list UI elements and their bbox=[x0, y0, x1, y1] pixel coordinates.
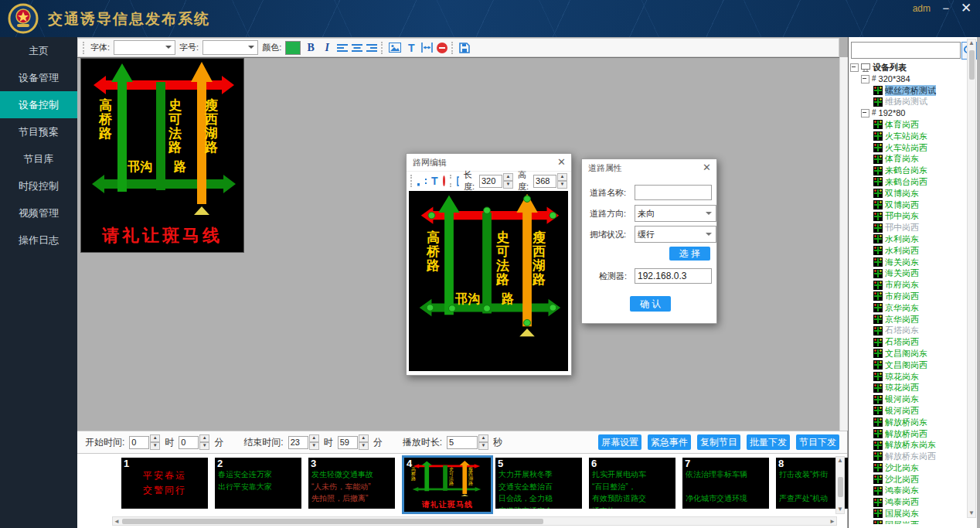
font-select[interactable] bbox=[114, 40, 175, 55]
frame-tile-7[interactable]: 7依法治理非标车辆 净化城市交通环境 bbox=[682, 458, 769, 509]
close-icon[interactable]: ✕ bbox=[557, 154, 566, 171]
frame-tile-3[interactable]: 3发生轻微交通事故“人未伤，车能动”先拍照，后撤离” bbox=[308, 458, 395, 509]
bold-icon[interactable]: B bbox=[305, 41, 317, 55]
height-stepper[interactable]: 368 ▲▼ bbox=[533, 173, 567, 189]
action-button-0[interactable]: 屏幕设置 bbox=[598, 434, 641, 450]
device-item[interactable]: 银河岗西 bbox=[850, 405, 968, 417]
confirm-button[interactable]: 确 认 bbox=[630, 296, 671, 312]
draw-line-icon[interactable] bbox=[417, 176, 420, 186]
spacing-icon[interactable] bbox=[421, 43, 433, 53]
dialog-titlebar[interactable]: 道路属性 ✕ bbox=[582, 159, 716, 176]
end-minute-stepper[interactable]: 59 ▲▼ bbox=[338, 434, 369, 450]
device-item[interactable]: 琼花岗西 bbox=[850, 382, 968, 393]
device-item[interactable]: 银河岗东 bbox=[850, 393, 968, 405]
device-item[interactable]: 海关岗东 bbox=[850, 257, 968, 268]
device-item[interactable]: 解放桥岗东 bbox=[850, 417, 968, 428]
road-name-input[interactable] bbox=[635, 185, 712, 200]
device-item[interactable]: 石塔岗西 bbox=[850, 336, 968, 348]
device-item[interactable]: 维扬岗测试 bbox=[850, 96, 968, 107]
align-center-icon[interactable] bbox=[352, 43, 362, 53]
device-item[interactable]: 火车站岗东 bbox=[850, 131, 968, 142]
device-item[interactable]: 石塔岗东 bbox=[850, 325, 968, 336]
frame-tile-2[interactable]: 2春运安全连万家出行平安靠大家 bbox=[215, 458, 301, 509]
device-item[interactable]: 市府岗西 bbox=[850, 291, 968, 302]
dialog-titlebar[interactable]: 路网编辑 ✕ bbox=[407, 154, 571, 171]
device-item[interactable]: 京华岗东 bbox=[850, 302, 968, 314]
sidebar-item-home[interactable]: 主页 bbox=[0, 37, 77, 64]
sidebar-item-program-plan[interactable]: 节目预案 bbox=[0, 118, 77, 145]
insert-image-icon[interactable] bbox=[389, 43, 401, 53]
sidebar-item-video-mgmt[interactable]: 视频管理 bbox=[0, 199, 77, 227]
device-item[interactable]: 水利岗西 bbox=[850, 245, 968, 257]
expander-icon[interactable] bbox=[861, 75, 869, 83]
expander-icon[interactable] bbox=[850, 63, 859, 72]
device-tree-root[interactable]: 设备列表 bbox=[850, 62, 968, 73]
sidebar-item-time-control[interactable]: 时段控制 bbox=[0, 172, 77, 199]
device-item[interactable]: 螺丝湾桥测试 bbox=[850, 85, 968, 97]
sidebar-item-device-control[interactable]: 设备控制 bbox=[0, 91, 77, 118]
device-item[interactable]: 沙北岗西 bbox=[850, 474, 968, 485]
duration-stepper[interactable]: 5 ▲▼ bbox=[447, 434, 488, 450]
action-button-2[interactable]: 复制节目 bbox=[697, 434, 740, 450]
close-button[interactable]: ✕ bbox=[958, 2, 974, 15]
frames-vertical-scrollbar[interactable]: ▲ ▼ bbox=[835, 456, 845, 514]
device-item[interactable]: 沙北岗东 bbox=[850, 462, 968, 474]
start-hour-stepper[interactable]: 0 ▲▼ bbox=[129, 434, 160, 450]
device-item[interactable]: 解放桥岗西 bbox=[850, 428, 968, 440]
device-item[interactable]: 京华岗西 bbox=[850, 314, 968, 325]
action-button-4[interactable]: 节目下发 bbox=[796, 434, 839, 450]
device-item[interactable]: 解放桥东岗西 bbox=[850, 451, 968, 462]
start-minute-stepper[interactable]: 0 ▲▼ bbox=[179, 434, 209, 450]
device-item[interactable]: 市府岗东 bbox=[850, 279, 968, 291]
device-item[interactable]: 解放桥东岗东 bbox=[850, 439, 968, 451]
frame-tile-4[interactable]: 4 高桥路 史可法路 瘦西湖路 请礼让斑马线 bbox=[402, 455, 493, 514]
tree-group-192*80[interactable]: #192*80 bbox=[850, 107, 968, 119]
color-swatch[interactable] bbox=[285, 41, 301, 55]
sign-preview[interactable]: 高桥路 史可法路 瘦西湖路 邗沟 路 请礼让斑马线 bbox=[80, 58, 244, 253]
text-tool-icon[interactable]: T bbox=[405, 41, 417, 55]
frame-tile-1[interactable]: 1平安春运交警同行 bbox=[121, 458, 208, 509]
device-item[interactable]: 来鹤台岗东 bbox=[850, 165, 968, 176]
text-tool-icon[interactable]: T bbox=[431, 174, 438, 188]
draw-road-icon[interactable] bbox=[424, 176, 427, 186]
sidebar-item-op-log[interactable]: 操作日志 bbox=[0, 227, 77, 254]
device-item[interactable]: 国展岗西 bbox=[850, 519, 968, 524]
tree-scrollbar[interactable]: ▲ ▼ bbox=[967, 39, 976, 518]
delete-item-icon[interactable] bbox=[437, 43, 447, 53]
save-icon[interactable] bbox=[457, 176, 459, 186]
close-icon[interactable]: ✕ bbox=[703, 159, 711, 176]
device-item[interactable]: 文昌阁岗东 bbox=[850, 348, 968, 359]
device-item[interactable]: 水利岗东 bbox=[850, 233, 968, 245]
delete-item-icon[interactable] bbox=[443, 175, 445, 186]
device-item[interactable]: 鸿泰岗东 bbox=[850, 485, 968, 496]
align-left-icon[interactable] bbox=[337, 43, 348, 53]
save-icon[interactable] bbox=[459, 43, 470, 53]
device-item[interactable]: 双博岗东 bbox=[850, 188, 968, 199]
sidebar-item-device-mgmt[interactable]: 设备管理 bbox=[0, 64, 77, 91]
length-stepper[interactable]: 320 ▲▼ bbox=[479, 173, 513, 189]
align-right-icon[interactable] bbox=[366, 43, 377, 53]
device-item[interactable]: 国展岗东 bbox=[850, 508, 968, 519]
road-direction-select[interactable]: 来向 bbox=[635, 205, 716, 222]
device-item[interactable]: 琼花岗东 bbox=[850, 371, 968, 383]
detector-input[interactable]: 192.168.0.3 bbox=[635, 268, 712, 284]
minimize-button[interactable]: − bbox=[938, 2, 954, 15]
end-hour-stepper[interactable]: 23 ▲▼ bbox=[288, 434, 319, 450]
frames-horizontal-scrollbar[interactable]: ◄ ► bbox=[112, 516, 837, 526]
frame-tile-5[interactable]: 5大力开展秋冬季交通安全整治百日会战，全力稳定道路交通安全形势！ bbox=[495, 458, 582, 509]
device-item[interactable]: 海关岗西 bbox=[850, 267, 968, 279]
device-item[interactable]: 双博岗西 bbox=[850, 199, 968, 211]
device-item[interactable]: 鸿泰岗西 bbox=[850, 496, 968, 508]
canvas-scrollbar[interactable] bbox=[839, 57, 848, 431]
sidebar-item-program-lib[interactable]: 节目库 bbox=[0, 145, 77, 172]
action-button-1[interactable]: 紧急事件 bbox=[648, 434, 691, 450]
device-item[interactable]: 火车站岗西 bbox=[850, 142, 968, 154]
font-size-select[interactable] bbox=[202, 40, 258, 55]
device-item[interactable]: 来鹤台岗西 bbox=[850, 176, 968, 188]
device-search-input[interactable] bbox=[851, 42, 961, 59]
device-item[interactable]: 文昌阁岗西 bbox=[850, 359, 968, 371]
device-item[interactable]: 邗中岗西 bbox=[850, 222, 968, 233]
device-item[interactable]: 邗中岗东 bbox=[850, 210, 968, 222]
frame-tile-6[interactable]: 6扎实开展电动车“百日整治”，有效预防道路交通事故。 bbox=[589, 458, 675, 509]
tree-group-320*384[interactable]: #320*384 bbox=[850, 73, 968, 85]
